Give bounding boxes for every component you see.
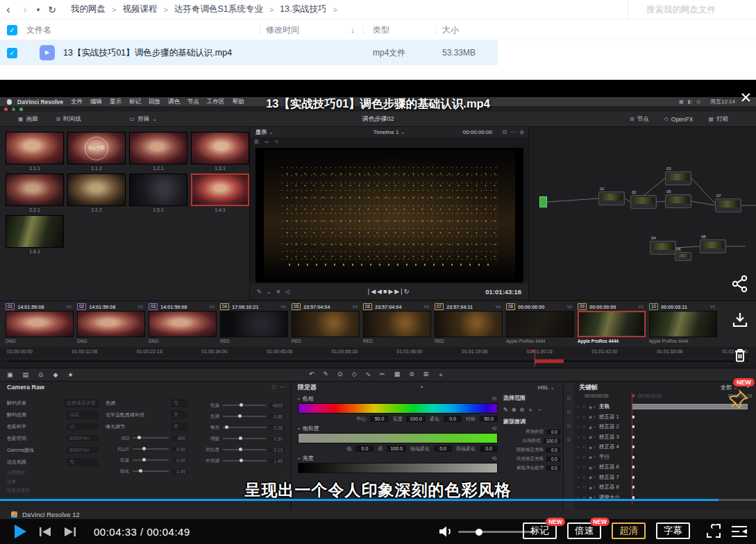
speed-button[interactable]: 倍速NEW	[567, 522, 601, 539]
clip-track: V1	[639, 305, 644, 309]
history-caret-icon[interactable]: ▾	[33, 6, 43, 13]
column-type[interactable]: 类型	[373, 24, 389, 36]
column-size[interactable]: 大小	[442, 24, 459, 36]
playlist-button[interactable]	[730, 524, 748, 539]
reset-icon: ⟲	[492, 425, 496, 432]
camera-raw-slider: FLUT 0.00	[106, 443, 187, 454]
transport-button-icon: ▶|	[394, 288, 403, 295]
sort-desc-icon[interactable]: ↓	[351, 26, 355, 34]
breadcrumb-item[interactable]: 达芬奇调色S1系统专业	[174, 3, 263, 15]
breadcrumb-item[interactable]: 视频课程	[122, 3, 157, 15]
ruler-tick-label: 01:01:08:00	[397, 349, 423, 354]
playhead-line	[535, 354, 535, 366]
node-06: 06	[675, 252, 691, 261]
clip-number: 07	[435, 303, 444, 310]
clip-format: Apple ProRes 4444	[506, 339, 578, 343]
node-04: 04	[650, 241, 676, 255]
keyframes-title: 关键帧	[579, 383, 598, 392]
matte-finesse-row: 黑场剪切0.0	[503, 427, 560, 436]
clip-thumbnail	[363, 311, 431, 337]
pin-icon[interactable]	[730, 389, 749, 409]
clip-number: 08	[506, 303, 515, 310]
next-button[interactable]	[64, 527, 76, 537]
gallery-still: 2.2.1	[6, 173, 64, 215]
ruler-ticks: 01:00:00:0001:00:11:0801:00:22:1601:00:3…	[0, 347, 756, 354]
volume-icon[interactable]	[437, 524, 454, 539]
volume-dot[interactable]	[476, 529, 482, 536]
forward-button[interactable]: ›	[17, 4, 33, 15]
timeline-red-segment	[535, 359, 564, 363]
camera-raw-setting: 曝光调节关	[106, 420, 187, 432]
grading-tool-icon: ◇	[352, 371, 357, 380]
eyedropper-icon: ＋	[528, 406, 533, 414]
hue-values: 中心50.0宽度100.0柔化0.0对称50.0	[298, 414, 498, 424]
gallery-thumbnail	[6, 132, 64, 164]
clip-header: 05 23:57:04:04 V1	[292, 303, 363, 311]
gallery-grid: 1.1.1 拍片学院 1.1.2	[6, 132, 249, 257]
clip-format: RED	[363, 339, 435, 343]
gallery-thumbnail	[191, 132, 249, 164]
subtitles-button[interactable]: 字幕	[656, 522, 690, 539]
delete-icon[interactable]	[731, 346, 749, 364]
row-checkbox[interactable]: ✓	[7, 48, 17, 58]
file-row[interactable]: ✓ ▶ 13【实战技巧01】调色步骤的基础认识.mp4 mp4文件 53.33M…	[0, 40, 498, 65]
refresh-button[interactable]: ↻	[43, 4, 61, 15]
gallery-thumbnail	[129, 173, 187, 206]
video-player[interactable]: DaVinci Resolve 文件编辑显示标记回放调色节点工作区帮助 ▦◧⊙ …	[0, 80, 756, 544]
camera-raw-setting: Gamma曲线BMDFilm	[7, 444, 99, 456]
close-player-button[interactable]: ✕	[739, 90, 752, 106]
clip-number: 09	[578, 303, 587, 310]
gallery-still-label: 1.6.1	[6, 249, 64, 254]
keyframe-track-row: • □ ◆ › 平行	[575, 452, 755, 463]
gallery-still-label: 1.1.1	[6, 166, 64, 171]
file-type: mp4文件	[373, 47, 405, 59]
quality-button[interactable]: 超清	[612, 522, 646, 539]
eyedropper-icon: －	[537, 406, 542, 414]
current-time: 00:04:33	[94, 526, 137, 538]
clip-track: V1	[210, 305, 215, 309]
viewer-timecode: 00:00:00:00	[463, 129, 492, 135]
camera-raw-slider: 锐化 1.00	[106, 466, 187, 477]
file-name[interactable]: 13【实战技巧01】调色步骤的基础认识.mp4	[63, 47, 232, 59]
column-name[interactable]: 文件名	[26, 24, 51, 36]
column-divider	[435, 26, 436, 35]
ruler-tick-label: 01:00:00:00	[7, 349, 33, 354]
clip-thumbnail	[435, 311, 503, 337]
eyedropper-icon: ⊖	[519, 407, 524, 413]
clip-track: V1	[496, 305, 501, 309]
back-button[interactable]: ‹	[0, 4, 17, 15]
gallery-still: 1.6.1	[6, 215, 64, 257]
clip-number: 05	[292, 303, 301, 310]
breadcrumb-item[interactable]: 13.实战技巧	[280, 3, 326, 15]
volume-slider[interactable]	[458, 531, 533, 533]
resolve-gallery-panel: 1.1.1 拍片学院 1.1.2	[0, 127, 250, 300]
share-icon[interactable]	[731, 275, 749, 293]
progress-bar[interactable]	[0, 499, 756, 501]
previous-button[interactable]	[40, 527, 51, 537]
panel-header-icon: ⋯	[280, 384, 285, 390]
resolve-toolbar-item: ▦灯箱	[708, 115, 728, 124]
ruler-tick-label: 01:01:19:08	[462, 349, 487, 354]
gallery-still-label: 2.2.1	[6, 207, 64, 212]
play-button[interactable]	[14, 524, 27, 539]
timeline-clip: 09 00:00:00:00 V1 Apple ProRes 4444	[578, 303, 649, 347]
timeline-clip: 03 14:01:59:08 V1 DNG	[149, 303, 220, 347]
saturation-label: 饱和度	[303, 425, 319, 432]
clip-header: 07 23:57:04:11 V1	[435, 303, 506, 311]
clip-thumbnail	[220, 311, 288, 337]
gallery-still: 2.2.2	[67, 173, 126, 215]
column-modified[interactable]: 修改时间	[266, 24, 299, 36]
gallery-thumbnail	[191, 173, 249, 206]
camera-raw-slider: ISO 800	[106, 432, 187, 443]
search-input[interactable]	[628, 5, 746, 15]
fullscreen-button[interactable]	[707, 524, 721, 538]
reset-icon: ⟲	[492, 455, 496, 461]
toolbar-item-icon: ◇	[664, 116, 669, 122]
timeline-clip: 07 23:57:04:11 V1 RED	[435, 303, 506, 347]
breadcrumb-item[interactable]: 我的网盘	[71, 3, 106, 15]
qualifier-mode-select: HSL ⌄	[538, 384, 555, 391]
download-icon[interactable]	[731, 311, 749, 329]
mark-button[interactable]: 标记NEW	[523, 522, 557, 539]
gallery-still-label: 1.4.1	[191, 207, 249, 212]
select-all-checkbox[interactable]: ✓	[7, 25, 17, 35]
